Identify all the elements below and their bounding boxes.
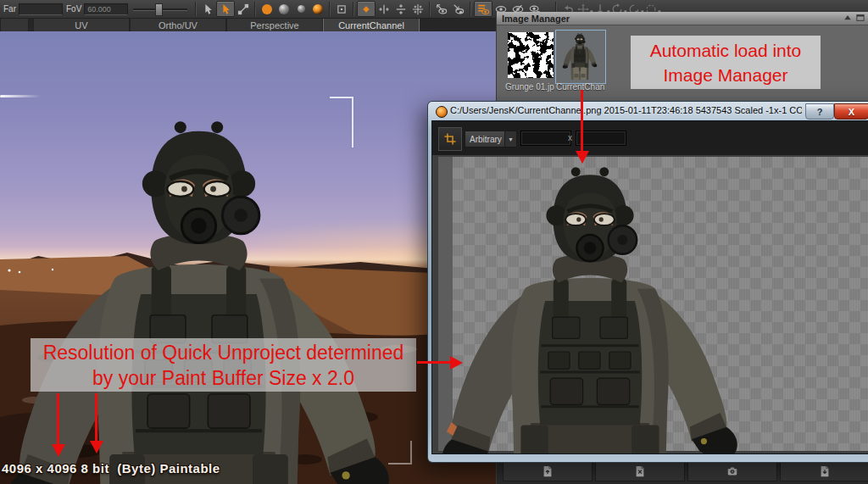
sky-contrail bbox=[0, 95, 41, 97]
flat-shading-icon[interactable] bbox=[259, 2, 275, 16]
fov-slider-handle[interactable] bbox=[155, 3, 163, 16]
save-image-button[interactable] bbox=[780, 461, 868, 481]
soldier-model[interactable] bbox=[2, 110, 396, 484]
window-body: Arbitrary ▼ x bbox=[431, 120, 868, 454]
mirror-quad-icon[interactable] bbox=[409, 2, 426, 16]
app-screen: 4096 x 4096 8 bit (Byte) Paintable Far F… bbox=[0, 0, 868, 484]
arrow-to-resolution-left bbox=[57, 393, 59, 445]
capture-image-button[interactable] bbox=[687, 461, 777, 481]
crop-width-input[interactable] bbox=[520, 131, 571, 146]
tab-current-channel[interactable]: CurrentChannel bbox=[323, 18, 420, 31]
arrow-head bbox=[576, 151, 589, 164]
crop-toolbar: Arbitrary ▼ x bbox=[432, 121, 868, 155]
toolbar-separator bbox=[195, 2, 197, 16]
paint-buffer-eye-icon[interactable] bbox=[474, 1, 492, 17]
arrow-to-resolution-right bbox=[95, 393, 97, 442]
tab-uv[interactable]: UV bbox=[33, 18, 130, 31]
window-help-button[interactable]: ? bbox=[805, 103, 834, 120]
annotation-line: Image Manager bbox=[631, 63, 821, 87]
paint-cursor-icon[interactable] bbox=[216, 1, 235, 17]
annotation-line: Resolution of Quick Unproject determined bbox=[31, 340, 416, 365]
crop-mode-value: Arbitrary bbox=[465, 135, 504, 144]
arrow-head bbox=[90, 441, 103, 453]
image-viewer-window[interactable]: C:/Users/JensK/CurrentChannel.png 2015-0… bbox=[428, 102, 868, 462]
annotation-resolution: Resolution of Quick Unproject determined… bbox=[31, 338, 416, 392]
fov-input[interactable] bbox=[84, 3, 128, 15]
paint-target-icon[interactable] bbox=[357, 1, 376, 17]
open-image-button[interactable] bbox=[503, 461, 593, 481]
project-forward-icon[interactable] bbox=[433, 2, 450, 16]
crop-mode-dropdown[interactable]: Arbitrary ▼ bbox=[465, 131, 517, 147]
paint-buffer-corner-bottom-right bbox=[388, 441, 412, 465]
collapse-panel-icon[interactable] bbox=[843, 13, 853, 23]
window-title: C:/Users/JensK/CurrentChannel.png 2015-0… bbox=[450, 105, 802, 115]
image-canvas[interactable] bbox=[432, 155, 868, 453]
remove-image-button[interactable] bbox=[595, 461, 685, 481]
select-cursor-icon[interactable] bbox=[199, 2, 216, 16]
project-behind-icon[interactable] bbox=[450, 2, 467, 16]
toolbar-separator bbox=[329, 2, 331, 16]
paint-buffer-corner-top-right bbox=[330, 97, 353, 147]
toolbar-separator bbox=[254, 2, 256, 16]
mirror-horizontal-icon[interactable] bbox=[376, 2, 392, 16]
toolbar-separator bbox=[353, 2, 354, 16]
window-logo-icon bbox=[436, 106, 448, 118]
full-shading-icon[interactable] bbox=[292, 2, 309, 16]
chevron-down-icon[interactable]: ▼ bbox=[504, 131, 516, 147]
annotation-line: by your Paint Buffer Size x 2.0 bbox=[31, 365, 416, 391]
basic-shading-icon[interactable] bbox=[275, 2, 292, 16]
arrow-to-window-edge bbox=[417, 361, 451, 364]
far-label: Far bbox=[3, 4, 16, 14]
thumbnail-grunge[interactable] bbox=[508, 32, 554, 78]
float-panel-icon[interactable] bbox=[855, 13, 865, 23]
mirror-vertical-icon[interactable] bbox=[392, 2, 409, 16]
channel-resolution-status: 4096 x 4096 8 bit (Byte) Paintable bbox=[2, 461, 220, 476]
crop-height-input[interactable] bbox=[576, 131, 626, 146]
arrow-to-image-window bbox=[581, 90, 583, 152]
fov-slider[interactable] bbox=[133, 2, 187, 16]
far-input[interactable] bbox=[19, 3, 63, 15]
node-edit-icon[interactable] bbox=[235, 2, 252, 16]
tab-perspective[interactable]: Perspective bbox=[226, 18, 323, 31]
crop-tool-button[interactable] bbox=[438, 127, 462, 151]
thumbnail-label: Grunge 01.jpg bbox=[505, 82, 554, 92]
fov-label: FoV bbox=[66, 4, 81, 14]
image-manager-header[interactable]: Image Manager bbox=[497, 12, 868, 25]
arrow-head bbox=[450, 356, 463, 370]
toolbar-separator bbox=[429, 2, 431, 16]
annotation-auto-load: Automatic load into Image Manager bbox=[631, 36, 821, 89]
tab-ortho-uv[interactable]: Ortho/UV bbox=[130, 18, 226, 31]
tab-partial[interactable] bbox=[0, 18, 29, 31]
lighting-icon[interactable] bbox=[309, 2, 326, 16]
image-manager-title: Image Manager bbox=[502, 14, 570, 24]
screen-mask-icon[interactable] bbox=[333, 2, 350, 16]
size-separator-label: x bbox=[568, 133, 572, 142]
thumbnail-current-channel[interactable] bbox=[561, 32, 598, 78]
toolbar-separator bbox=[470, 2, 471, 16]
annotation-line: Automatic load into bbox=[631, 38, 821, 63]
arrow-head bbox=[52, 444, 65, 457]
window-close-button[interactable]: X bbox=[834, 103, 868, 120]
soldier-image bbox=[437, 159, 743, 453]
